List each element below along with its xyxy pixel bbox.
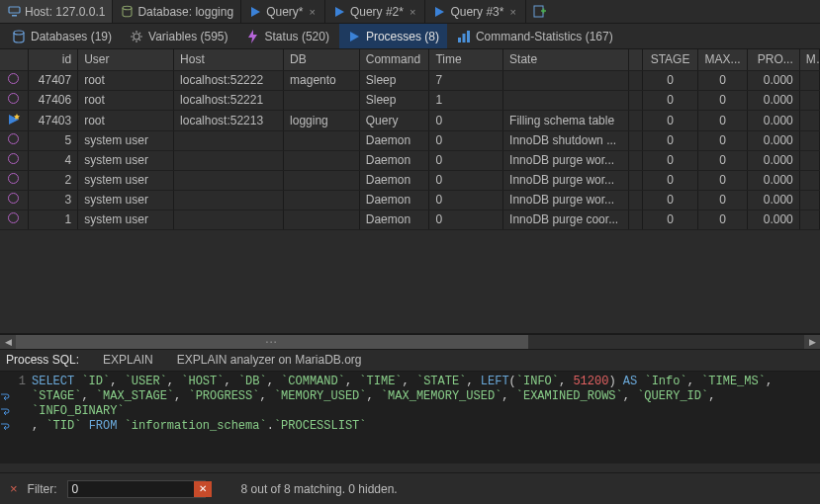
editor-gutter: 1 bbox=[0, 375, 32, 446]
cell-time: 0 bbox=[429, 130, 503, 150]
cell-time: 0 bbox=[429, 170, 503, 190]
cell-gap bbox=[629, 210, 643, 229]
close-icon[interactable]: × bbox=[408, 6, 417, 18]
cell-time: 0 bbox=[429, 150, 503, 170]
filter-clear-button[interactable]: ✕ bbox=[194, 481, 212, 497]
cell-max: 0 bbox=[697, 130, 747, 150]
status-circle-icon bbox=[8, 73, 19, 84]
close-icon[interactable]: × bbox=[507, 6, 517, 18]
process-table[interactable]: id User Host DB Command Time State STAGE… bbox=[0, 49, 820, 230]
subtab-status[interactable]: Status (520) bbox=[238, 24, 337, 48]
sql-tab-process[interactable]: Process SQL: bbox=[6, 353, 79, 367]
line-number: 1 bbox=[19, 375, 26, 388]
tab-query1[interactable]: Query* × bbox=[241, 0, 325, 23]
filter-bar: × Filter: ✕ 8 out of 8 matching. 0 hidde… bbox=[0, 472, 820, 504]
subtab-status-label: Status (520) bbox=[265, 30, 329, 43]
cell-user: root bbox=[78, 110, 174, 130]
cell-host: localhost:52221 bbox=[174, 90, 284, 110]
table-row[interactable]: 47406rootlocalhost:52221Sleep1000.000 bbox=[0, 90, 820, 110]
cell-max: 0 bbox=[697, 210, 747, 229]
col-db[interactable]: DB bbox=[284, 49, 360, 70]
subtab-variables[interactable]: Variables (595) bbox=[122, 24, 235, 48]
cell-db: logging bbox=[284, 110, 360, 130]
sql-editor[interactable]: 1 SELECT `ID`, `USER`, `HOST`, `DB`, `CO… bbox=[0, 372, 820, 449]
svg-rect-8 bbox=[467, 31, 470, 42]
cell-max: 0 bbox=[697, 70, 747, 90]
col-icon[interactable] bbox=[0, 49, 28, 70]
cell-stage: 0 bbox=[643, 150, 698, 170]
col-host[interactable]: Host bbox=[174, 49, 284, 70]
cell-host bbox=[174, 170, 284, 190]
database-icon bbox=[120, 5, 134, 19]
cell-user: system user bbox=[78, 150, 174, 170]
scroll-right-button[interactable]: ▶ bbox=[804, 335, 820, 349]
scroll-left-button[interactable]: ◀ bbox=[0, 335, 16, 349]
tab-database[interactable]: Database: logging bbox=[113, 0, 241, 23]
cell-db bbox=[284, 170, 360, 190]
status-circle-icon bbox=[8, 133, 19, 144]
subtab-databases[interactable]: Databases (19) bbox=[4, 24, 120, 48]
col-user[interactable]: User bbox=[78, 49, 174, 70]
cell-gap bbox=[629, 150, 643, 170]
cell-db bbox=[284, 210, 360, 229]
cell-user: system user bbox=[78, 210, 174, 229]
cell-id: 1 bbox=[28, 210, 77, 229]
sql-tab-explain[interactable]: EXPLAIN bbox=[103, 353, 153, 367]
filter-status: 8 out of 8 matching. 0 hidden. bbox=[241, 482, 398, 496]
col-state[interactable]: State bbox=[503, 49, 629, 70]
cell-command: Daemon bbox=[359, 190, 429, 210]
cell-state bbox=[503, 90, 629, 110]
sql-tab-analyzer[interactable]: EXPLAIN analyzer on MariaDB.org bbox=[177, 353, 362, 367]
table-row[interactable]: 47403rootlocalhost:52213loggingQuery0Fil… bbox=[0, 110, 820, 130]
filter-input[interactable] bbox=[67, 480, 206, 498]
close-icon[interactable]: × bbox=[308, 6, 318, 18]
tab-query1-label: Query* bbox=[266, 5, 303, 19]
table-row[interactable]: 47407rootlocalhost:52222magentoSleep7000… bbox=[0, 70, 820, 90]
svg-point-5 bbox=[134, 34, 139, 40]
table-row[interactable]: 3system userDaemon0InnoDB purge wor...00… bbox=[0, 190, 820, 210]
cell-command: Daemon bbox=[359, 150, 429, 170]
svg-rect-0 bbox=[9, 7, 20, 13]
table-row[interactable]: 4system userDaemon0InnoDB purge wor...00… bbox=[0, 150, 820, 170]
play-icon bbox=[248, 5, 262, 19]
cell-user: root bbox=[78, 70, 174, 90]
col-id[interactable]: id bbox=[28, 49, 77, 70]
cell-time: 7 bbox=[429, 70, 503, 90]
status-circle-icon bbox=[8, 153, 19, 164]
col-m[interactable]: M bbox=[799, 49, 819, 70]
subtab-processes[interactable]: Processes (8) bbox=[339, 24, 447, 48]
sql-tab-row: Process SQL: EXPLAIN EXPLAIN analyzer on… bbox=[0, 350, 820, 372]
cell-user: system user bbox=[78, 130, 174, 150]
table-row[interactable]: 1system userDaemon0InnoDB purge coor...0… bbox=[0, 210, 820, 229]
col-max[interactable]: MAX... bbox=[697, 49, 747, 70]
col-time[interactable]: Time bbox=[429, 49, 503, 70]
scroll-thumb[interactable]: ▪▪▪ bbox=[16, 335, 528, 349]
scroll-track[interactable]: ▪▪▪ bbox=[16, 335, 804, 349]
cell-db bbox=[284, 150, 360, 170]
status-circle-icon bbox=[8, 212, 19, 223]
tab-query2[interactable]: Query #2* × bbox=[325, 0, 425, 23]
subtab-cmdstats[interactable]: Command-Statistics (167) bbox=[449, 24, 621, 48]
editor-code[interactable]: SELECT `ID`, `USER`, `HOST`, `DB`, `COMM… bbox=[32, 375, 814, 446]
col-stage[interactable]: STAGE bbox=[643, 49, 698, 70]
table-row[interactable]: 5system userDaemon0InnoDB shutdown ...00… bbox=[0, 130, 820, 150]
col-command[interactable]: Command bbox=[359, 49, 429, 70]
col-gap[interactable] bbox=[629, 49, 643, 70]
filter-close-button[interactable]: × bbox=[10, 481, 18, 496]
cell-gap bbox=[629, 170, 643, 190]
table-row[interactable]: 2system userDaemon0InnoDB purge wor...00… bbox=[0, 170, 820, 190]
new-tab-button[interactable] bbox=[526, 0, 554, 23]
horizontal-scrollbar[interactable]: ◀ ▪▪▪ ▶ bbox=[0, 334, 820, 350]
tab-query3[interactable]: Query #3* × bbox=[425, 0, 525, 23]
cell-state: InnoDB shutdown ... bbox=[503, 130, 629, 150]
active-row-icon bbox=[8, 113, 19, 124]
wrap-icon bbox=[0, 390, 10, 405]
cell-stage: 0 bbox=[643, 130, 698, 150]
editor-blank bbox=[0, 449, 820, 463]
cell-m bbox=[799, 130, 819, 150]
tab-host[interactable]: Host: 127.0.0.1 bbox=[0, 0, 113, 23]
cell-id: 4 bbox=[28, 150, 77, 170]
table-header-row: id User Host DB Command Time State STAGE… bbox=[0, 49, 820, 70]
cell-db bbox=[284, 90, 360, 110]
col-pro[interactable]: PRO... bbox=[748, 49, 799, 70]
